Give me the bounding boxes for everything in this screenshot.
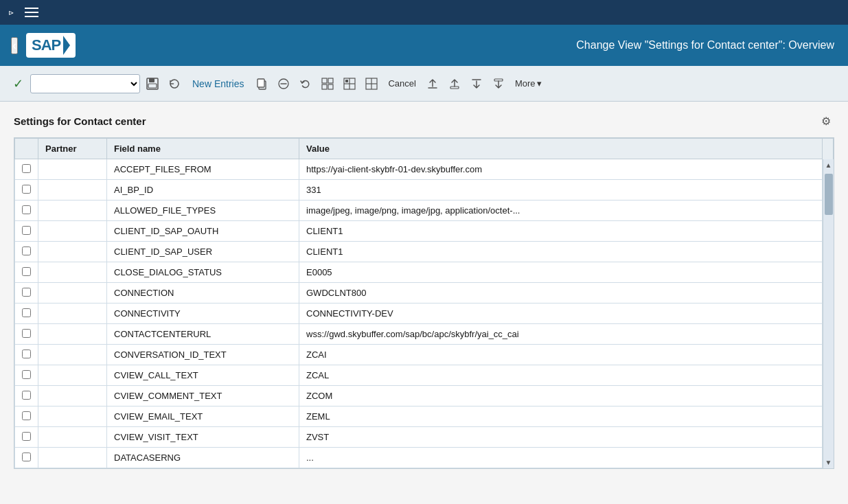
scroll-up-arrow[interactable]: ▲ (823, 159, 834, 171)
more-button[interactable]: More ▾ (511, 76, 546, 91)
table-row[interactable]: AI_BP_ID331 (15, 180, 834, 201)
settings-icon[interactable]: ⚙ (818, 113, 834, 129)
table-row[interactable]: CVIEW_EMAIL_TEXTZEML (15, 406, 834, 427)
col-header-partner: Partner (38, 139, 107, 159)
sap-logo: SAP (26, 33, 76, 58)
top-menu-bar: ⊳ (0, 0, 848, 25)
cell-value: https://yai-client-skybfr-01-dev.skybuff… (299, 159, 823, 180)
table-row[interactable]: CLOSE_DIALOG_STATUSE0005 (15, 262, 834, 283)
svg-rect-21 (494, 79, 503, 81)
upload2-button[interactable] (445, 74, 464, 93)
sap-logo-triangle (63, 36, 70, 55)
scroll-down-arrow[interactable]: ▼ (823, 457, 834, 468)
cell-partner (38, 345, 107, 365)
new-entries-button[interactable]: New Entries (187, 76, 249, 92)
cell-value: ZEML (299, 406, 823, 427)
download2-button[interactable] (489, 74, 508, 93)
row-checkbox[interactable] (22, 411, 31, 420)
back-button[interactable]: ‹ (11, 37, 18, 54)
content-area: Settings for Contact center ⚙ Partner Fi… (0, 102, 848, 480)
table-row[interactable]: ALLOWED_FILE_TYPESimage/jpeg, image/png,… (15, 201, 834, 221)
table-row[interactable]: CLIENT_ID_SAP_OAUTHCLIENT1 (15, 221, 834, 242)
cancel-button[interactable]: Cancel (384, 76, 420, 91)
cell-fieldname: AI_BP_ID (107, 180, 299, 201)
row-checkbox[interactable] (22, 226, 31, 235)
svg-rect-4 (257, 79, 264, 87)
table-row[interactable]: CVIEW_VISIT_TEXTZVST (15, 427, 834, 448)
toolbar: ✓ New Entries (0, 66, 848, 102)
cell-partner (38, 221, 107, 242)
table-row[interactable]: DATACASERNG... (15, 448, 834, 468)
row-checkbox[interactable] (22, 370, 31, 379)
section-header: Settings for Contact center ⚙ (14, 113, 834, 129)
cell-value: GWDCLNT800 (299, 283, 823, 303)
save-button[interactable] (143, 74, 162, 93)
upload1-button[interactable] (423, 74, 442, 93)
table-row[interactable]: CVIEW_COMMENT_TEXTZCOM (15, 386, 834, 406)
scrollbar[interactable]: ▲ ▼ (823, 159, 834, 468)
row-checkbox[interactable] (22, 329, 31, 338)
cell-partner (38, 283, 107, 303)
cell-partner (38, 324, 107, 345)
sap-header: ‹ SAP Change View "Settings for Contact … (0, 25, 848, 66)
cell-value: 331 (299, 180, 823, 201)
row-checkbox[interactable] (22, 205, 31, 214)
cell-fieldname: CVIEW_VISIT_TEXT (107, 427, 299, 448)
svg-rect-10 (328, 84, 333, 89)
row-checkbox[interactable] (22, 247, 31, 255)
table-row[interactable]: CLIENT_ID_SAP_USERCLIENT1 (15, 242, 834, 262)
scrollbar-thumb[interactable] (825, 174, 833, 215)
copy-button[interactable] (252, 74, 271, 93)
hamburger-menu[interactable] (25, 8, 38, 17)
grid2-button[interactable] (340, 74, 359, 93)
table-row[interactable]: CONNECTIVITYCONNECTIVITY-DEV (15, 303, 834, 324)
cell-partner (38, 262, 107, 283)
cell-value: CLIENT1 (299, 242, 823, 262)
cell-fieldname: CVIEW_COMMENT_TEXT (107, 386, 299, 406)
table-row[interactable]: ACCEPT_FILES_FROMhttps://yai-client-skyb… (15, 159, 834, 180)
svg-rect-9 (322, 84, 327, 89)
table-wrapper: Partner Field name Value ACCEPT_FILES_FR… (14, 137, 834, 469)
cell-value: image/jpeg, image/png, image/jpg, applic… (299, 201, 823, 221)
more-chevron-icon: ▾ (537, 78, 542, 89)
grid1-button[interactable] (318, 74, 337, 93)
table-row[interactable]: CONNECTIONGWDCLNT800 (15, 283, 834, 303)
cell-fieldname: ACCEPT_FILES_FROM (107, 159, 299, 180)
cell-fieldname: CLOSE_DIALOG_STATUS (107, 262, 299, 283)
cell-fieldname: CLIENT_ID_SAP_OAUTH (107, 221, 299, 242)
cell-fieldname: CLIENT_ID_SAP_USER (107, 242, 299, 262)
row-checkbox[interactable] (22, 308, 31, 317)
cell-partner (38, 303, 107, 324)
col-header-checkbox (15, 139, 38, 159)
cell-fieldname: DATACASERNG (107, 448, 299, 468)
svg-rect-2 (148, 84, 157, 88)
table-row[interactable]: CONTACTCENTERURLwss://gwd.skybuffer.com/… (15, 324, 834, 345)
row-checkbox[interactable] (22, 432, 31, 441)
cell-value: CLIENT1 (299, 221, 823, 242)
table-row[interactable]: CONVERSATION_ID_TEXTZCAI (15, 345, 834, 365)
cell-partner (38, 365, 107, 386)
cell-partner (38, 448, 107, 468)
row-checkbox[interactable] (22, 350, 31, 358)
cell-value: wss://gwd.skybuffer.com/sap/bc/apc/skybf… (299, 324, 823, 345)
row-checkbox[interactable] (22, 164, 31, 173)
row-checkbox[interactable] (22, 185, 31, 194)
grid3-button[interactable] (362, 74, 381, 93)
cell-value: ... (299, 448, 823, 468)
row-checkbox[interactable] (22, 391, 31, 400)
refresh-button[interactable] (165, 74, 184, 93)
row-checkbox[interactable] (22, 453, 31, 461)
table-row[interactable]: CVIEW_CALL_TEXTZCAL (15, 365, 834, 386)
cell-partner (38, 159, 107, 180)
toolbar-select[interactable] (30, 74, 140, 93)
cell-value: CONNECTIVITY-DEV (299, 303, 823, 324)
undo-button[interactable] (296, 74, 315, 93)
row-checkbox[interactable] (22, 288, 31, 297)
svg-rect-14 (345, 80, 348, 82)
confirm-button[interactable]: ✓ (8, 74, 27, 93)
data-table: Partner Field name Value ACCEPT_FILES_FR… (14, 138, 834, 468)
download1-button[interactable] (467, 74, 486, 93)
delete-button[interactable] (274, 74, 293, 93)
row-checkbox[interactable] (22, 267, 31, 276)
cell-value: ZCAL (299, 365, 823, 386)
